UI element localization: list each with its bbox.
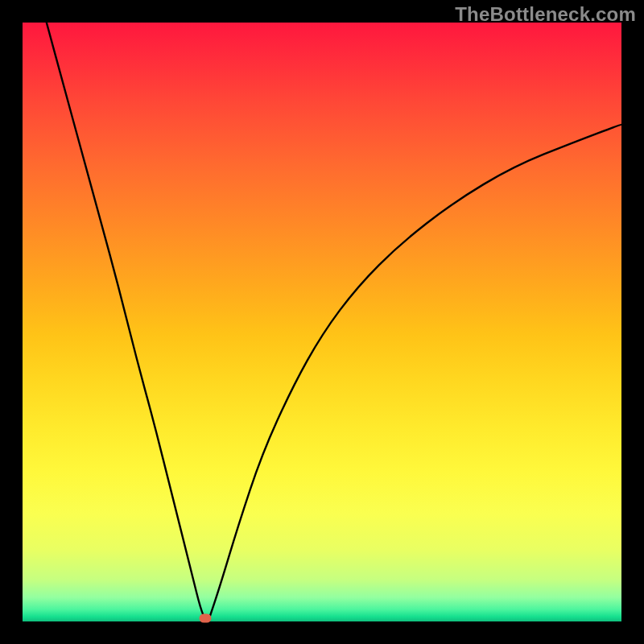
plot-area bbox=[23, 23, 621, 621]
watermark-text: TheBottleneck.com bbox=[455, 3, 636, 26]
optimum-marker bbox=[199, 614, 211, 623]
chart-frame: TheBottleneck.com bbox=[0, 0, 644, 644]
curve-path bbox=[47, 23, 621, 621]
bottleneck-curve bbox=[23, 23, 621, 621]
